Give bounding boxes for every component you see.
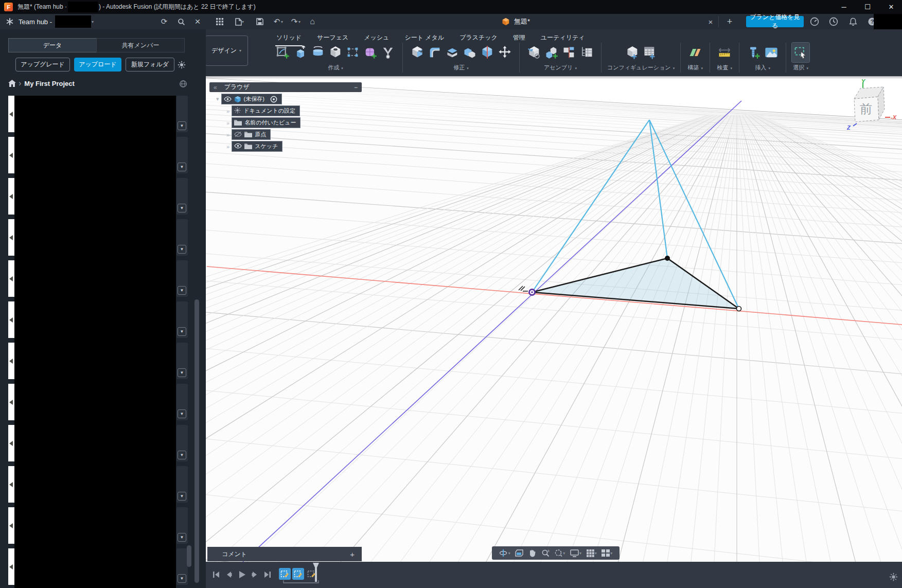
loft-icon[interactable] [379,43,397,62]
browser-item-2[interactable]: »名前の付いたビュー [226,117,300,128]
row-dropdown-icon[interactable]: ▼ [178,245,186,254]
new-tab-icon[interactable]: + [724,16,735,27]
configure-icon[interactable] [624,43,641,62]
file-thumbnail[interactable] [8,301,14,338]
redacted-avatar[interactable] [874,14,902,29]
home-project-icon[interactable] [8,80,16,87]
z-axis-line[interactable] [243,101,741,562]
row-dropdown-icon[interactable]: ▼ [178,368,186,377]
construct-plane-icon[interactable] [686,43,704,62]
combine-icon[interactable] [461,43,479,62]
canvas-image-icon[interactable] [763,43,780,62]
row-dropdown-icon[interactable]: ▼ [178,533,186,542]
view-cube[interactable]: 前 Y -X Z [839,78,902,132]
grid-settings-icon[interactable]: ▾ [587,549,597,557]
workspace-selector-button[interactable]: デザイン▾ [205,35,248,66]
comment-bar[interactable]: コメント + [207,547,362,561]
upgrade-button[interactable]: アップグレード [15,58,70,72]
create-sketch-icon[interactable] [274,43,292,62]
search-icon[interactable] [175,16,187,27]
panel-scrollbar-end[interactable] [187,545,191,567]
revolve-icon[interactable] [309,43,327,62]
hub-dropdown-caret[interactable]: ▾ [92,20,94,24]
fit-icon[interactable]: ▾ [554,549,565,557]
pan-icon[interactable] [528,549,536,557]
file-thumbnail[interactable] [8,343,14,379]
extrude-icon[interactable] [292,43,309,62]
refresh-icon[interactable]: ⟳ [158,16,170,27]
file-thumbnail[interactable] [8,137,14,173]
shell-icon[interactable] [444,43,461,62]
add-comment-icon[interactable]: + [350,550,355,559]
document-tab[interactable]: 無題* [502,14,530,29]
move-icon[interactable] [496,43,514,62]
home-icon[interactable]: ⌂ [307,16,318,27]
group-label-6[interactable]: 挿入 ▾ [755,64,770,72]
row-dropdown-icon[interactable]: ▼ [178,327,186,336]
sketch-point-right[interactable] [737,307,741,311]
project-title[interactable]: My First Project [24,80,75,87]
group-label-5[interactable]: 検査 ▾ [717,64,732,72]
file-thumbnail[interactable] [8,384,14,420]
timeline-sketch1-tile[interactable] [279,568,291,580]
view-plans-button[interactable]: プランと価格を見る [746,16,804,27]
globe-icon[interactable] [180,80,187,87]
activate-radio-icon[interactable] [270,96,277,103]
insert-fastener-icon[interactable] [745,43,763,62]
browser-item-3[interactable]: »原点 [226,129,271,140]
visibility-eye-icon[interactable] [224,96,232,102]
group-label-3[interactable]: コンフィギュレーション ▾ [607,64,675,72]
orbit-icon[interactable]: ▾ [499,549,510,557]
item-chevron-icon[interactable]: » [226,108,229,114]
browser-root-row[interactable]: ▾ (未保存) [216,94,282,104]
x-axis-line[interactable] [207,266,902,325]
group-label-7[interactable]: 選択 ▾ [793,64,808,72]
upload-button[interactable]: アップロード [74,58,121,72]
form-icon[interactable] [362,43,379,62]
split-body-icon[interactable] [479,43,496,62]
look-at-icon[interactable] [515,549,523,557]
notifications-bell-icon[interactable] [847,16,859,27]
sketch-dim-icon[interactable] [344,43,362,62]
row-dropdown-icon[interactable]: ▼ [178,204,186,212]
measure-icon[interactable] [716,43,733,62]
file-thumbnail[interactable] [8,260,14,297]
undo-caret[interactable]: ▾ [281,20,283,24]
new-component-icon[interactable] [543,43,560,62]
display-settings-icon[interactable]: ▾ [570,549,581,557]
file-thumbnail[interactable] [8,219,14,256]
root-expand-chevron[interactable]: ▾ [216,96,219,102]
row-dropdown-icon[interactable]: ▼ [178,574,186,583]
app-grid-icon[interactable] [214,16,225,27]
select-icon[interactable] [792,43,809,62]
group-label-1[interactable]: 修正 ▾ [453,64,469,72]
redo-caret[interactable]: ▾ [298,20,300,24]
item-chevron-icon[interactable]: » [226,132,229,138]
row-dropdown-icon[interactable]: ▼ [178,286,186,295]
timeline-sketch2-tile[interactable] [292,568,304,580]
panel-settings-gear-icon[interactable] [176,59,187,70]
file-thumbnail[interactable] [8,178,14,215]
browser-item-4[interactable]: »スケッチ [226,141,282,152]
new-folder-button[interactable]: 新規フォルダ [126,58,174,72]
tab-close-icon[interactable]: × [705,16,716,27]
group-label-4[interactable]: 構築 ▾ [687,64,703,72]
row-dropdown-icon[interactable]: ▼ [178,409,186,418]
press-pull-icon[interactable] [409,43,426,62]
visibility-off-icon[interactable] [234,131,242,138]
row-dropdown-icon[interactable]: ▼ [178,451,186,459]
maximize-button[interactable]: ☐ [857,0,878,14]
row-dropdown-icon[interactable]: ▼ [178,121,186,130]
job-status-clock-icon[interactable] [828,16,839,27]
component-tree-icon[interactable] [578,43,595,62]
item-chevron-icon[interactable]: » [226,144,229,150]
file-thumbnail[interactable] [8,96,14,132]
item-chevron-icon[interactable]: » [226,120,229,126]
browser-collapse-icon[interactable]: « [214,84,217,91]
browser-item-1[interactable]: »ドキュメントの設定 [226,105,300,116]
minimize-button[interactable]: ─ [834,0,854,14]
viewport-canvas[interactable] [206,76,902,588]
row-dropdown-icon[interactable]: ▼ [178,163,186,171]
save-icon[interactable] [254,16,266,27]
file-thumbnail[interactable] [8,425,14,461]
